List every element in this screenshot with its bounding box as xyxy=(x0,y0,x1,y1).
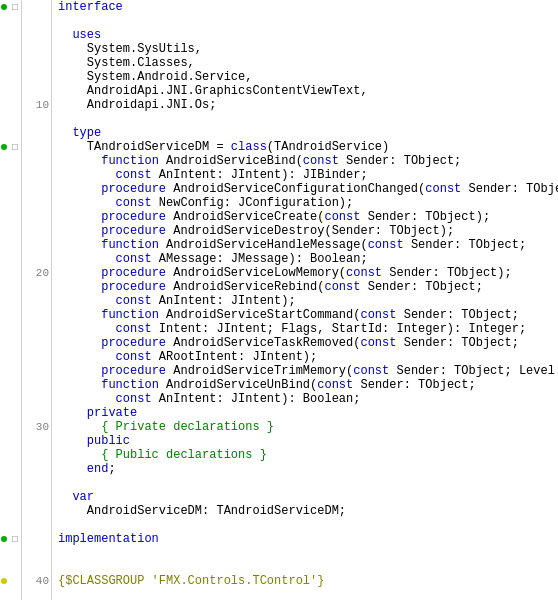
line-number: 40 xyxy=(22,574,52,588)
code-line xyxy=(56,476,558,490)
fold-marker xyxy=(8,224,22,238)
fold-marker xyxy=(8,392,22,406)
line-number xyxy=(22,56,52,70)
dot-column xyxy=(0,0,8,600)
fold-marker xyxy=(8,364,22,378)
line-number xyxy=(22,434,52,448)
line-number xyxy=(22,476,52,490)
line-number xyxy=(22,42,52,56)
fold-marker xyxy=(8,294,22,308)
line-number xyxy=(22,406,52,420)
gutter-dot xyxy=(0,518,8,532)
gutter-dot xyxy=(0,476,8,490)
gutter-dot xyxy=(0,126,8,140)
fold-marker xyxy=(8,476,22,490)
fold-marker xyxy=(8,504,22,518)
line-number xyxy=(22,378,52,392)
gutter-dot xyxy=(0,280,8,294)
fold-marker xyxy=(8,448,22,462)
gutter-dot xyxy=(0,434,8,448)
code-line: var xyxy=(56,490,558,504)
gutter-dot xyxy=(0,266,8,280)
gutter-dot xyxy=(0,420,8,434)
line-number xyxy=(22,546,52,560)
code-line: function AndroidServiceUnBind(const Send… xyxy=(56,378,558,392)
line-number xyxy=(22,154,52,168)
fold-marker xyxy=(8,112,22,126)
code-line: private xyxy=(56,406,558,420)
gutter-dot xyxy=(0,588,8,600)
line-number-column: 10203040 xyxy=(22,0,52,600)
code-line: procedure AndroidServiceConfigurationCha… xyxy=(56,182,558,196)
line-number xyxy=(22,182,52,196)
fold-marker xyxy=(8,168,22,182)
fold-marker xyxy=(8,462,22,476)
code-line: { Private declarations } xyxy=(56,420,558,434)
code-line: public xyxy=(56,434,558,448)
line-number xyxy=(22,28,52,42)
code-line: procedure AndroidServiceDestroy(Sender: … xyxy=(56,224,558,238)
code-line: procedure AndroidServiceTrimMemory(const… xyxy=(56,364,558,378)
gutter-dot xyxy=(0,196,8,210)
gutter-dot xyxy=(0,14,8,28)
fold-marker xyxy=(8,280,22,294)
line-number xyxy=(22,308,52,322)
gutter-dot xyxy=(0,84,8,98)
line-number xyxy=(22,364,52,378)
code-line: procedure AndroidServiceTaskRemoved(cons… xyxy=(56,336,558,350)
gutter-dot xyxy=(0,252,8,266)
line-number xyxy=(22,294,52,308)
line-number xyxy=(22,588,52,600)
gutter-dot xyxy=(0,168,8,182)
code-line xyxy=(56,560,558,574)
code-line xyxy=(56,546,558,560)
line-number xyxy=(22,112,52,126)
line-number xyxy=(22,210,52,224)
code-line: procedure AndroidServiceRebind(const Sen… xyxy=(56,280,558,294)
code-line: const Intent: JIntent; Flags, StartId: I… xyxy=(56,322,558,336)
code-line: const AnIntent: JIntent): JIBinder; xyxy=(56,168,558,182)
fold-marker xyxy=(8,574,22,588)
line-number xyxy=(22,336,52,350)
gutter-dot xyxy=(0,490,8,504)
code-line: uses xyxy=(56,28,558,42)
gutter-dot xyxy=(0,98,8,112)
fold-marker[interactable]: □ xyxy=(8,140,22,154)
line-number: 20 xyxy=(22,266,52,280)
code-editor: □□□ 10203040 interface uses System.SysUt… xyxy=(0,0,558,600)
line-number xyxy=(22,252,52,266)
code-line: const ARootIntent: JIntent); xyxy=(56,350,558,364)
fold-marker xyxy=(8,434,22,448)
line-number xyxy=(22,462,52,476)
code-line: System.SysUtils, xyxy=(56,42,558,56)
gutter-dot xyxy=(0,56,8,70)
code-line: const NewConfig: JConfiguration); xyxy=(56,196,558,210)
gutter-dot xyxy=(0,0,8,14)
gutter-dot xyxy=(0,546,8,560)
line-number xyxy=(22,532,52,546)
code-line xyxy=(56,588,558,600)
line-number xyxy=(22,518,52,532)
gutter-dot xyxy=(0,392,8,406)
line-number xyxy=(22,224,52,238)
gutter-dot xyxy=(0,350,8,364)
gutter-dot xyxy=(0,336,8,350)
line-number xyxy=(22,322,52,336)
fold-marker xyxy=(8,84,22,98)
gutter-dot xyxy=(0,308,8,322)
line-number xyxy=(22,126,52,140)
gutter-dot xyxy=(0,378,8,392)
fold-marker xyxy=(8,378,22,392)
code-line: type xyxy=(56,126,558,140)
code-line: procedure AndroidServiceCreate(const Sen… xyxy=(56,210,558,224)
code-line: implementation xyxy=(56,532,558,546)
line-number: 30 xyxy=(22,420,52,434)
fold-marker xyxy=(8,210,22,224)
code-line: function AndroidServiceStartCommand(cons… xyxy=(56,308,558,322)
code-line: const AnIntent: JIntent); xyxy=(56,294,558,308)
fold-marker[interactable]: □ xyxy=(8,532,22,546)
line-number xyxy=(22,350,52,364)
line-number xyxy=(22,560,52,574)
gutter-dot xyxy=(0,42,8,56)
fold-marker[interactable]: □ xyxy=(8,0,22,14)
